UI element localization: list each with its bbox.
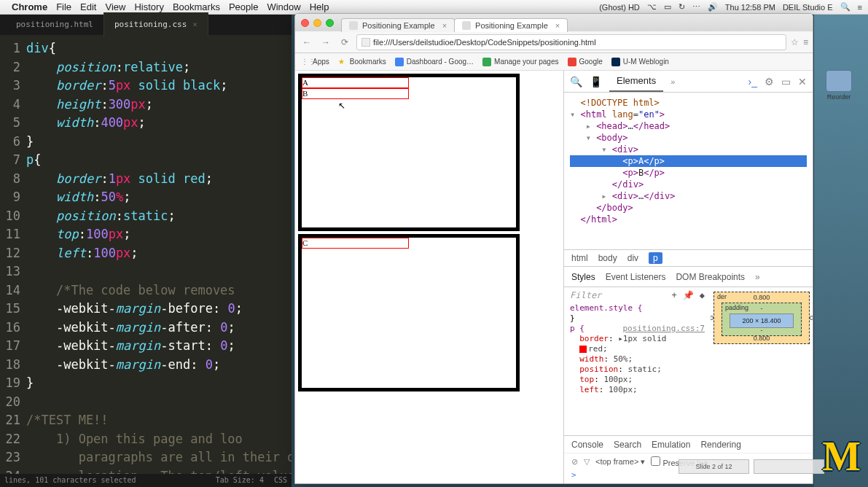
source-link[interactable]: positioning.css:7 [622, 324, 705, 334]
editor-gutter: 123456789101112131415161718192021222324 [0, 39, 26, 486]
star-icon[interactable]: ☆ [791, 37, 799, 47]
spotlight-icon[interactable]: 🔍 [840, 2, 851, 12]
slide-label[interactable]: Slide 2 of 12 [679, 459, 749, 474]
browser-toolbar: ← → ⟳ file:///Users/deilstudioe/Desktop/… [295, 31, 813, 53]
display-icon[interactable]: ▭ [664, 2, 671, 12]
frame-selector[interactable]: <top frame> ▾ [595, 457, 645, 467]
toggle-icon[interactable]: ◆ [700, 290, 705, 300]
drawer-rendering[interactable]: Rendering [700, 440, 740, 450]
elements-tree[interactable]: <!DOCTYPE html> ▾ <html lang="en"> ▸ <he… [564, 93, 813, 249]
drawer-emulation[interactable]: Emulation [652, 440, 690, 450]
box-model[interactable]: der 0.800 padding - 200 × 18.400 - 0.800… [711, 287, 813, 435]
new-rule-icon[interactable]: + [672, 290, 677, 300]
menu-bookmarks[interactable]: Bookmarks [173, 1, 220, 12]
editor-tab-html[interactable]: positioning.html [6, 12, 104, 37]
menu-people[interactable]: People [229, 1, 258, 12]
menu-view[interactable]: View [105, 1, 125, 12]
more-tabs-icon[interactable]: » [670, 77, 675, 86]
settings-icon[interactable]: ⚙ [765, 76, 774, 87]
drawer-console[interactable]: Console [571, 440, 603, 450]
editor-statusbar: lines, 101 characters selected Tab Size:… [0, 474, 292, 487]
bookmark-icon [395, 58, 404, 66]
pin-icon[interactable]: 📌 [683, 290, 694, 300]
more-styles-tabs-icon[interactable]: » [755, 272, 760, 282]
url-bar[interactable]: file:///Users/deilstudioe/Desktop/CodeSn… [356, 34, 786, 50]
editor-tab-css[interactable]: positioning.css× [104, 12, 208, 37]
bookmark-item[interactable]: Manage your pages [482, 58, 558, 66]
dom-breadcrumb: html body div p [564, 249, 813, 267]
demo-div-2: C [298, 234, 520, 391]
styles-filter-input[interactable]: Filter [570, 290, 666, 300]
clear-console-icon[interactable]: ⊘ [571, 457, 578, 467]
chrome-titlebar[interactable]: Positioning Example× Positioning Example… [295, 14, 813, 31]
devtools-panel: 🔍 📱 Elements » ›_ ⚙ ▭ ✕ <!DOCTYPE html> … [563, 71, 813, 483]
menu-window[interactable]: Window [267, 1, 300, 12]
editor-tabs: positioning.html positioning.css× [0, 15, 292, 35]
app-name[interactable]: Chrome [12, 1, 47, 12]
styles-tabs: Styles Event Listeners DOM Breakpoints » [564, 267, 813, 287]
tab-styles[interactable]: Styles [571, 272, 595, 282]
account[interactable]: DEIL Studio E [783, 3, 833, 12]
browser-tab-active[interactable]: Positioning Example× [454, 18, 568, 32]
tab-eventlisteners[interactable]: Event Listeners [606, 272, 666, 282]
tab-dombreakpoints[interactable]: DOM Breakpoints [676, 272, 745, 282]
chrome-window: Positioning Example× Positioning Example… [294, 13, 813, 484]
notifications-icon[interactable]: ≡ [858, 3, 862, 12]
close-window-button[interactable] [301, 19, 309, 27]
browser-tab[interactable]: Positioning Example× [341, 18, 455, 32]
device-icon[interactable]: 📱 [590, 76, 602, 87]
back-button[interactable]: ← [300, 37, 314, 47]
menu-edit[interactable]: Edit [80, 1, 96, 12]
selected-dom-node[interactable]: <p>A</p> [570, 155, 807, 167]
page-viewport[interactable]: A B ↖ C [295, 71, 563, 483]
crumb-div[interactable]: div [627, 253, 638, 263]
tab-elements[interactable]: Elements [609, 71, 663, 92]
close-icon[interactable]: × [192, 20, 198, 29]
bookmark-item[interactable]: Google [568, 58, 603, 66]
timemachine-icon[interactable]: ↻ [679, 2, 685, 12]
menu-file[interactable]: File [56, 1, 71, 12]
crumb-body[interactable]: body [598, 253, 617, 263]
traffic-lights [301, 19, 334, 27]
bookmark-item[interactable]: U-M Weblogin [611, 58, 669, 66]
favicon-icon [349, 21, 358, 30]
demo-p-c: C [302, 238, 409, 249]
clock[interactable]: Thu 12:58 PM [725, 3, 775, 12]
crumb-p[interactable]: p [649, 252, 662, 264]
editor-code[interactable]: div{ position:relative; border:5px solid… [26, 39, 292, 486]
menu-help[interactable]: Help [310, 1, 329, 12]
menu-icon[interactable]: ≡ [803, 37, 808, 47]
forward-button[interactable]: → [318, 37, 333, 47]
close-tab-icon[interactable]: × [442, 21, 447, 30]
close-devtools-icon[interactable]: ✕ [798, 76, 807, 87]
styles-pane[interactable]: Filter + 📌 ◆ element.style { } p {positi… [564, 287, 711, 435]
zoom-window-button[interactable] [326, 19, 334, 27]
dock-icon[interactable]: ▭ [781, 76, 791, 87]
bookmarks-bar: ⋮⋮Apps★BookmarksDashboard - Goog…Manage … [295, 53, 813, 71]
um-logo: M [822, 433, 856, 480]
inspect-icon[interactable]: 🔍 [570, 76, 582, 87]
filter-console-icon[interactable]: ▽ [584, 457, 590, 467]
volume-icon[interactable]: 🔊 [708, 2, 718, 12]
folder-label: Reorder [824, 93, 853, 101]
close-tab-icon[interactable]: × [555, 21, 560, 30]
desktop-folder[interactable]: Reorder [824, 70, 853, 101]
slide-next[interactable] [754, 459, 824, 474]
status-lang[interactable]: CSS [274, 471, 287, 487]
crumb-html[interactable]: html [571, 253, 588, 263]
menu-history[interactable]: History [134, 1, 163, 12]
favicon-icon [462, 21, 471, 30]
status-tabsize[interactable]: Tab Size: 4 [216, 471, 264, 487]
drawer-search[interactable]: Search [614, 440, 641, 450]
reload-button[interactable]: ⟳ [337, 37, 352, 47]
bookmark-item[interactable]: Dashboard - Goog… [395, 58, 474, 66]
bookmark-item[interactable]: ⋮⋮Apps [301, 58, 329, 66]
drawer-tabs: Console Search Emulation Rendering [564, 435, 813, 453]
editor-body[interactable]: 123456789101112131415161718192021222324 … [0, 35, 292, 486]
wifi-icon[interactable]: ⋯ [692, 2, 700, 12]
demo-div-1: A B ↖ [298, 74, 520, 231]
console-toggle-icon[interactable]: ›_ [748, 76, 757, 87]
bluetooth-icon[interactable]: ⌥ [647, 2, 657, 12]
minimize-window-button[interactable] [313, 19, 321, 27]
bookmark-item[interactable]: ★Bookmarks [338, 58, 386, 66]
